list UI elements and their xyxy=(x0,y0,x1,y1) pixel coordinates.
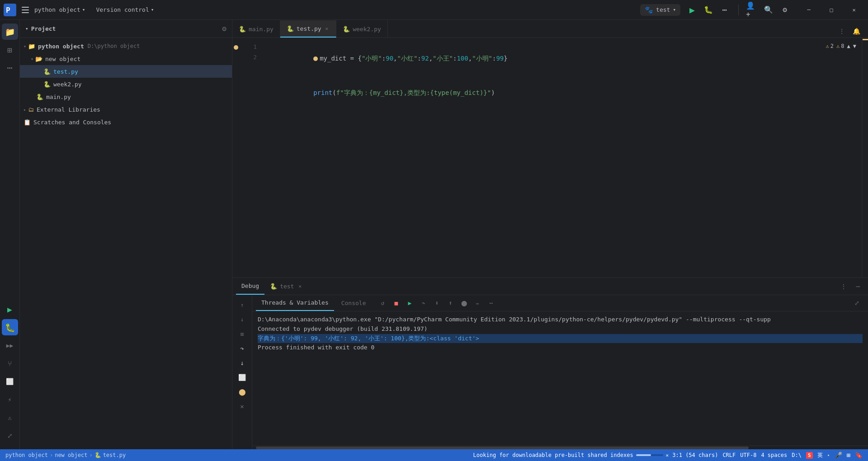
debug-content: ↑ ↓ ≡ ↷ ↓ ⬜ ⬤ ✕ Threads & Variables xyxy=(232,295,868,449)
settings-button[interactable]: ⚙ xyxy=(778,4,791,16)
bookmark-icon[interactable]: 🔖 xyxy=(855,452,863,459)
ime-indicator[interactable]: S xyxy=(806,452,813,459)
tree-file-test-py[interactable]: 🐍 test.py xyxy=(20,65,232,78)
tree-scratches[interactable]: 📋 Scratches and Consoles xyxy=(20,116,232,128)
scroll-down-icon[interactable]: ↓ xyxy=(236,313,249,326)
step-over-sub-icon[interactable]: ↷ xyxy=(418,297,429,309)
close-button[interactable]: ✕ xyxy=(844,3,864,17)
debug-session-tab[interactable]: 🐍 test ✕ xyxy=(264,278,307,295)
clear-icon[interactable]: ✕ xyxy=(236,400,249,413)
tab-test-py[interactable]: 🐍 test.py ✕ xyxy=(280,20,336,38)
add-user-button[interactable]: 👤+ xyxy=(746,4,759,16)
debug-tab[interactable]: Debug xyxy=(236,278,264,295)
tab-main-py[interactable]: 🐍 main.py xyxy=(232,20,280,38)
tree-external-libraries[interactable]: ▸ 🗂 External Libraries xyxy=(20,103,232,116)
more-actions-button[interactable]: ⋯ xyxy=(718,4,731,16)
status-text: Looking for downloadable pre-built share… xyxy=(473,452,633,458)
warnings-chevron-up[interactable]: ▲ xyxy=(847,42,850,52)
tab-week2-py[interactable]: 🐍 week2.py xyxy=(336,20,388,38)
debug-tab-label: Debug xyxy=(241,282,259,289)
breadcrumb[interactable]: python object › new object › 🐍 test.py xyxy=(5,452,126,458)
reload-icon[interactable]: ↺ xyxy=(377,297,389,309)
sidebar-icon-terminal[interactable]: ⬜ xyxy=(2,373,18,390)
gutter-row-2[interactable] xyxy=(232,53,240,64)
position-info[interactable]: 3:1 (54 chars) xyxy=(672,452,718,458)
search-button[interactable]: 🔍 xyxy=(762,4,775,16)
threads-icon[interactable]: ≡ xyxy=(236,328,249,340)
scroll-up-icon[interactable]: ↑ xyxy=(236,299,249,311)
debug-more-button[interactable]: ⋮ xyxy=(837,280,850,293)
line-ending[interactable]: CRLF xyxy=(722,452,736,458)
project-dropdown[interactable]: python object ▾ xyxy=(31,5,89,15)
breadcrumb-folder: new object xyxy=(55,452,87,458)
warnings-chevron-down[interactable]: ▼ xyxy=(853,42,856,52)
close-session-icon[interactable]: ✕ xyxy=(298,283,302,289)
project-panel: ▾ Project ⚙ ▾ 📁 python object D:\python … xyxy=(20,20,232,449)
sidebar-icon-run[interactable]: ▶ xyxy=(2,301,18,317)
mute-bp-icon[interactable]: ⬤ xyxy=(236,386,249,398)
breakpoint-1[interactable] xyxy=(234,45,238,50)
project-header[interactable]: ▾ Project ⚙ xyxy=(20,20,232,38)
step-over-icon[interactable]: ↷ xyxy=(236,342,249,355)
link-icon[interactable]: ⬤ xyxy=(458,297,470,309)
debug-tabs-bar: Debug 🐍 test ✕ ⋮ ─ xyxy=(232,278,868,295)
sidebar-icon-git[interactable]: ⑂ xyxy=(2,355,18,372)
tree-file-main-py[interactable]: 🐍 main.py xyxy=(20,90,232,103)
maximize-button[interactable]: □ xyxy=(821,3,842,17)
editor-content: 1 2 my_dict = {"小明":90,"小红":92,"小王":100,… xyxy=(232,38,868,278)
tree-file-week2-py[interactable]: 🐍 week2.py xyxy=(20,78,232,90)
sidebar-icon-problems[interactable]: ⚠ xyxy=(2,409,18,426)
sidebar-icon-structure[interactable]: ⊞ xyxy=(2,42,18,58)
tree-root[interactable]: ▾ 📁 python object D:\python object xyxy=(20,40,232,52)
project-options-icon[interactable]: ⚙ xyxy=(222,24,226,33)
console-output[interactable]: D:\Anaconda\anaconda3\python.exe "D:/pyc… xyxy=(252,311,868,446)
sidebar-icon-services[interactable]: ⚡ xyxy=(2,391,18,408)
warning-count[interactable]: ⚠ 2 xyxy=(826,42,834,52)
sub-tab-threads-variables[interactable]: Threads & Variables xyxy=(256,296,334,311)
vcs-dropdown[interactable]: Version control ▾ xyxy=(92,5,157,15)
gutter-row-1[interactable] xyxy=(232,42,240,53)
more-sub-icon[interactable]: ⋯ xyxy=(486,297,497,309)
run-config[interactable]: 🐾 test ▾ xyxy=(640,4,680,16)
warning-triangle-icon: ⚠ xyxy=(826,42,829,52)
sidebar-icon-project[interactable]: 📁 xyxy=(2,24,18,40)
console-scrollbar[interactable] xyxy=(252,446,868,449)
run-config-chevron: ▾ xyxy=(673,7,676,13)
editor-right-scrollbar[interactable] xyxy=(862,38,868,278)
minimize-button[interactable]: ─ xyxy=(798,3,819,17)
sidebar-icon-run-panel[interactable]: ▶▶ xyxy=(2,337,18,353)
expand-debug-icon[interactable]: ⤢ xyxy=(851,297,863,309)
sidebar-icon-debug[interactable]: 🐛 xyxy=(2,319,18,335)
hamburger-menu[interactable] xyxy=(20,5,31,15)
close-test-tab-button[interactable]: ✕ xyxy=(324,25,330,33)
status-right: 3:1 (54 chars) CRLF UTF-8 4 spaces D:\ S… xyxy=(672,452,863,459)
file-name-week2: week2.py xyxy=(53,81,82,88)
debug-button[interactable]: 🐛 xyxy=(702,4,715,16)
code-editor[interactable]: my_dict = {"小明":90,"小红":92,"小王":100,"小明"… xyxy=(262,38,862,278)
grid-icon[interactable]: ⊞ xyxy=(847,452,850,459)
project-chevron-icon: ▾ xyxy=(25,26,28,32)
notifications-button[interactable]: 🔔 xyxy=(850,25,863,38)
tree-folder-new-object[interactable]: ▾ 📂 new object xyxy=(20,52,232,65)
resume-icon[interactable]: ▶ xyxy=(404,297,416,309)
sub-tab-console[interactable]: Console xyxy=(336,296,372,311)
indent[interactable]: 4 spaces xyxy=(761,452,787,458)
tab-more-button[interactable]: ⋮ xyxy=(835,25,848,38)
root-path: D:\python object xyxy=(88,43,140,49)
error-count[interactable]: ⚠ 8 xyxy=(836,42,844,52)
debug-minimize-button[interactable]: ─ xyxy=(852,280,864,293)
debug-panel: Debug 🐍 test ✕ ⋮ ─ ↑ ↓ ≡ xyxy=(232,278,868,449)
step-down-icon[interactable]: ⬇ xyxy=(431,297,443,309)
step-into-icon[interactable]: ↓ xyxy=(236,357,249,369)
step-out-icon[interactable]: ⬜ xyxy=(236,371,249,384)
encoding[interactable]: UTF-8 xyxy=(740,452,756,458)
run-button[interactable]: ▶ xyxy=(686,4,698,16)
mic-icon[interactable]: 🎤 xyxy=(835,452,842,459)
step-up-icon[interactable]: ⬆ xyxy=(445,297,457,309)
brush-icon[interactable]: ✏ xyxy=(472,297,484,309)
stop-icon[interactable]: ■ xyxy=(391,297,402,309)
sidebar-icon-more[interactable]: ⋯ xyxy=(2,60,18,76)
sidebar-icon-expand[interactable]: ⤢ xyxy=(2,428,18,444)
progress-bar xyxy=(636,454,663,456)
status-close-icon[interactable]: ✕ xyxy=(666,452,669,458)
